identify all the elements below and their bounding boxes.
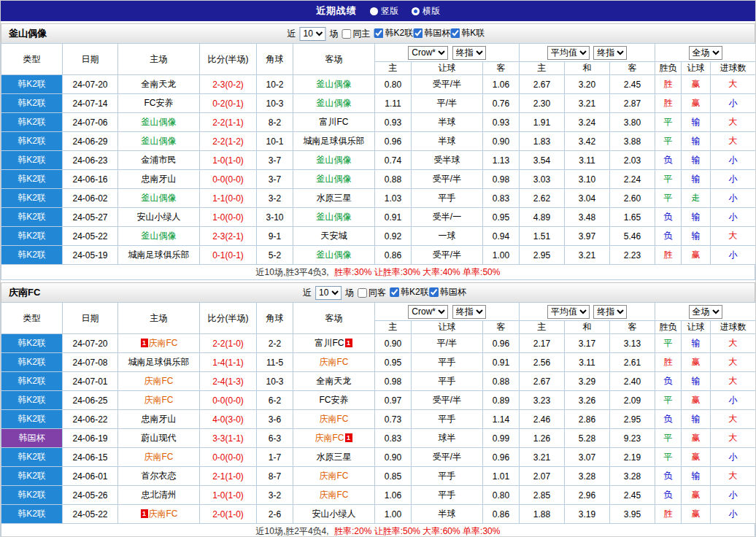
team-link[interactable]: 釜山偶像 [317, 79, 352, 89]
bookmaker-select[interactable]: Crow* [408, 305, 448, 319]
team-link[interactable]: 庆南FC [144, 452, 174, 462]
league-type-cell: 韩K2联 [1, 170, 63, 189]
same-venue-filter[interactable]: 同主 [342, 28, 370, 40]
bookmaker-odds-header: Crow* 终指 [375, 44, 520, 62]
odds-value: 1.11 [375, 94, 412, 113]
recent-count-select[interactable]: 10 [299, 27, 325, 41]
team-link[interactable]: 釜山偶像 [317, 98, 352, 108]
result-value: 小 [711, 246, 756, 265]
team-link[interactable]: 全南天龙 [142, 79, 177, 89]
average-select[interactable]: 平均值 [547, 305, 590, 319]
team-link[interactable]: 天安城 [321, 231, 347, 241]
bookmaker-select[interactable]: Crow* [408, 46, 448, 60]
team-link[interactable]: 庆南FC [144, 395, 174, 405]
team-link[interactable]: 釜山偶像 [142, 231, 177, 241]
team-link[interactable]: 庆南FC [144, 376, 174, 386]
team-link[interactable]: 庆南FC [320, 357, 349, 367]
odds-stage-select[interactable]: 终指 [593, 305, 627, 319]
team-link[interactable]: 水原三星 [317, 452, 352, 462]
team-link[interactable]: FC安养 [144, 98, 174, 108]
team-link[interactable]: 庆南FC [320, 414, 349, 424]
team-link[interactable]: 富川FC [320, 117, 349, 127]
team-link[interactable]: 庆南FC [320, 471, 349, 481]
scope-select[interactable]: 全场 [689, 46, 722, 60]
same-venue-checkbox[interactable] [358, 288, 367, 298]
home-team-cell: 釜山偶像 [118, 132, 200, 151]
result-value: 大 [711, 467, 756, 486]
match-date: 24-05-26 [63, 486, 118, 505]
team-link[interactable]: 釜山偶像 [317, 155, 352, 165]
team-link[interactable]: 蔚山现代 [142, 433, 177, 443]
odds-value: 2.17 [520, 334, 565, 353]
recent-count-select[interactable]: 10 [315, 286, 342, 300]
team-link[interactable]: 全南天龙 [317, 376, 352, 386]
team-link[interactable]: 釜山偶像 [317, 250, 352, 260]
team-link[interactable]: 庆南FC [149, 509, 178, 519]
filter-bar: 近 10 场 同客 韩K2联韩国杯 [303, 286, 466, 300]
result-value: 胜 [655, 505, 682, 524]
match-date: 24-07-08 [63, 353, 118, 372]
match-row: 韩K2联24-07-01庆南FC2-4(1-3)10-3全南天龙0.98平手0.… [1, 372, 756, 391]
league-type-cell: 韩K2联 [1, 132, 63, 151]
handicap-value: 球半 [412, 429, 483, 448]
league-filter[interactable]: 韩国杯 [429, 286, 466, 298]
league-checkbox[interactable] [374, 28, 383, 38]
layout-option-horizontal[interactable]: 横版 [412, 5, 440, 18]
team-link[interactable]: 城南足球俱乐部 [128, 250, 190, 260]
team-link[interactable]: 城南足球俱乐部 [304, 136, 365, 146]
team-link[interactable]: 庆南FC [149, 338, 178, 348]
result-value: 平 [655, 448, 682, 467]
sub-col-away-odds: 客 [483, 321, 520, 334]
odds-value: 2.95 [520, 246, 565, 265]
odds-stage-select[interactable]: 终指 [452, 46, 486, 60]
league-filter[interactable]: 韩国杯 [413, 27, 450, 39]
result-value: 负 [655, 467, 682, 486]
team-link[interactable]: 城南足球俱乐部 [128, 357, 190, 367]
away-team-cell: 富川FC [293, 113, 375, 132]
league-checkbox[interactable] [450, 28, 460, 38]
odds-stage-select[interactable]: 终指 [593, 46, 627, 60]
league-checkbox[interactable] [413, 28, 423, 38]
col-home: 主场 [118, 303, 200, 334]
match-date: 24-05-27 [63, 208, 118, 227]
same-venue-filter[interactable]: 同客 [358, 287, 386, 299]
home-team-cell: 釜山偶像 [118, 189, 200, 208]
average-select[interactable]: 平均值 [547, 46, 590, 60]
match-row: 韩K2联24-05-22釜山偶像2-3(2-1)9-1天安城0.92一球0.94… [1, 227, 756, 246]
team-link[interactable]: 釜山偶像 [142, 136, 177, 146]
team-link[interactable]: 忠南牙山 [142, 414, 177, 424]
team-link[interactable]: 庆南FC [320, 490, 349, 500]
team-link[interactable]: 忠南牙山 [142, 174, 177, 184]
league-filter[interactable]: 韩K2联 [374, 27, 413, 39]
league-checkbox[interactable] [429, 287, 439, 297]
team-link[interactable]: 安山小绿人 [312, 509, 356, 519]
league-label: 韩K联 [461, 27, 485, 39]
team-link[interactable]: 釜山偶像 [317, 174, 352, 184]
team-link[interactable]: 忠北清州 [142, 490, 177, 500]
team-link[interactable]: 首尔衣恋 [142, 471, 177, 481]
scope-select[interactable]: 全场 [689, 305, 722, 319]
handicap-value: 半球 [412, 113, 483, 132]
team-link[interactable]: 釜山偶像 [142, 117, 177, 127]
team-link[interactable]: 富川FC [315, 338, 344, 348]
result-value: 输 [682, 132, 711, 151]
team-link[interactable]: 金浦市民 [142, 155, 177, 165]
league-checkbox[interactable] [390, 287, 399, 297]
team-link[interactable]: FC安养 [320, 395, 349, 405]
team-link[interactable]: 水原三星 [317, 193, 352, 203]
sub-col-result: 胜负 [655, 321, 682, 334]
odds-value: 2.09 [610, 391, 655, 410]
layout-option-vertical[interactable]: 竖版 [370, 5, 398, 18]
summary-stats: 胜率:20% 让胜率:50% 大率:60% 单率:30% [334, 526, 500, 536]
same-venue-checkbox[interactable] [342, 29, 351, 39]
team-link[interactable]: 釜山偶像 [317, 212, 352, 222]
team-link[interactable]: 安山小绿人 [137, 212, 181, 222]
odds-value: 3.11 [565, 151, 610, 170]
team-link[interactable]: 釜山偶像 [142, 193, 177, 203]
team-link[interactable]: 庆南FC [315, 433, 344, 443]
league-filter[interactable]: 韩K联 [450, 27, 485, 39]
sub-col-avg-home: 主 [520, 321, 565, 334]
league-filter[interactable]: 韩K2联 [390, 286, 429, 298]
odds-stage-select[interactable]: 终指 [452, 305, 486, 319]
result-value: 负 [655, 227, 682, 246]
